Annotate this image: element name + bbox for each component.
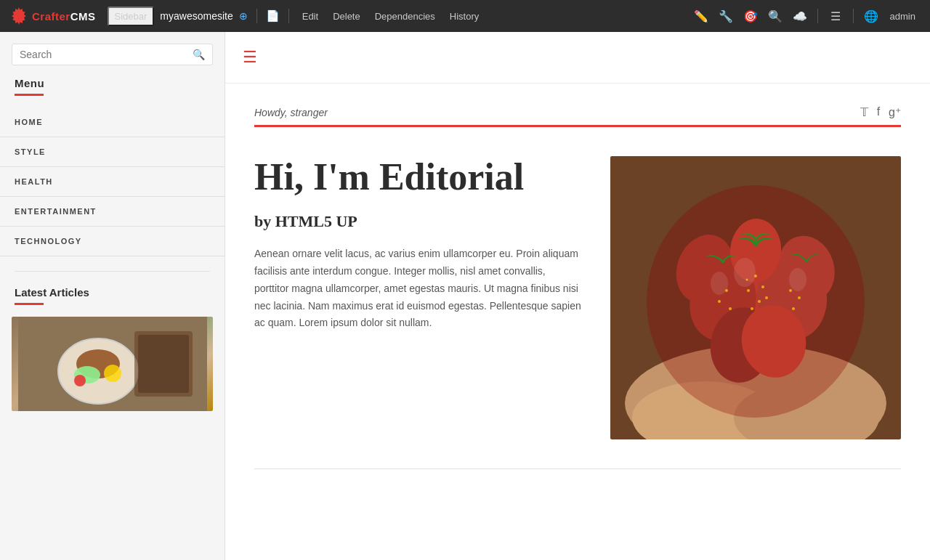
svg-point-25 <box>758 300 761 303</box>
svg-point-30 <box>718 300 721 303</box>
strawberry-illustration <box>610 156 901 439</box>
svg-point-35 <box>734 258 756 287</box>
menu-icon[interactable]: ☰ <box>824 4 847 28</box>
search-icon: 🔍 <box>193 49 205 60</box>
svg-point-33 <box>798 296 801 299</box>
nav-icon-group: ✏️ 🔧 🎯 🔍 ☁️ ☰ 🌐 admin <box>690 4 921 28</box>
food-illustration <box>18 317 207 411</box>
menu-title-underline <box>15 94 44 96</box>
svg-point-32 <box>789 289 792 292</box>
app-layout: 🔍 Menu HOME STYLE HEALTH ENTERTAINMENT T… <box>0 32 930 560</box>
admin-dropdown[interactable]: admin <box>884 8 921 25</box>
svg-point-26 <box>751 307 753 310</box>
menu-title: Menu <box>0 77 225 94</box>
svg-rect-8 <box>138 335 189 393</box>
social-icons: 𝕋 f g⁺ <box>860 105 901 119</box>
hero-body: Aenean ornare velit lacus, ac varius eni… <box>254 245 581 332</box>
svg-point-6 <box>74 375 86 386</box>
svg-point-23 <box>761 285 764 288</box>
hero-section: Hi, I'm Editorial by HTML5 UP Aenean orn… <box>254 156 901 439</box>
svg-point-34 <box>792 307 795 310</box>
edit-button[interactable]: Edit <box>298 8 323 25</box>
twitter-icon[interactable]: 𝕋 <box>860 105 868 119</box>
sidebar-item-technology[interactable]: TECHNOLOGY <box>0 227 225 256</box>
site-name: myawesomesite <box>160 10 232 22</box>
thumbnail-image <box>12 317 213 411</box>
hero-title: Hi, I'm Editorial <box>254 156 581 198</box>
main-toolbar: ☰ <box>225 32 930 84</box>
search-input[interactable] <box>20 49 193 60</box>
pencil-icon[interactable]: ✏️ <box>690 4 713 28</box>
svg-point-36 <box>711 272 728 295</box>
search-nav-icon[interactable]: 🔍 <box>764 4 787 28</box>
main-content: ☰ Howdy, stranger 𝕋 f g⁺ Hi, I'm Editori… <box>225 32 930 560</box>
target-icon[interactable]: 🎯 <box>739 4 762 28</box>
svg-point-37 <box>789 268 806 291</box>
bottom-divider <box>254 468 901 469</box>
file-icon[interactable]: 📄 <box>266 9 280 23</box>
top-navigation: CrafterCMS Sidebar myawesomesite ⊕ 📄 Edi… <box>0 0 930 32</box>
nav-big-divider-2 <box>853 9 854 23</box>
sidebar-separator <box>15 271 210 272</box>
nav-big-divider <box>817 9 818 23</box>
globe-icon[interactable]: 🌐 <box>860 4 883 28</box>
svg-point-24 <box>747 289 750 292</box>
nav-divider-2 <box>288 9 289 23</box>
facebook-icon[interactable]: f <box>877 105 880 119</box>
sidebar-item-entertainment[interactable]: ENTERTAINMENT <box>0 197 225 227</box>
sidebar-item-health[interactable]: HEALTH <box>0 167 225 197</box>
nav-divider-1 <box>256 9 257 23</box>
sidebar: 🔍 Menu HOME STYLE HEALTH ENTERTAINMENT T… <box>0 32 225 560</box>
red-divider <box>254 125 901 127</box>
article-thumbnail[interactable] <box>12 317 213 411</box>
svg-point-5 <box>104 365 121 382</box>
sidebar-item-home[interactable]: HOME <box>0 107 225 137</box>
hero-text: Hi, I'm Editorial by HTML5 UP Aenean orn… <box>254 156 581 332</box>
search-box[interactable]: 🔍 <box>12 44 213 65</box>
svg-point-27 <box>765 296 768 299</box>
greeting-text: Howdy, stranger <box>254 107 328 118</box>
greeting-bar: Howdy, stranger 𝕋 f g⁺ <box>254 105 901 119</box>
hero-subtitle: by HTML5 UP <box>254 212 581 231</box>
latest-title-underline <box>15 303 44 305</box>
hero-image <box>610 156 901 439</box>
svg-point-31 <box>729 307 732 310</box>
cloud-icon[interactable]: ☁️ <box>788 4 812 28</box>
dependencies-button[interactable]: Dependencies <box>371 8 440 25</box>
sidebar-item-style[interactable]: STYLE <box>0 137 225 167</box>
delete-button[interactable]: Delete <box>328 8 365 25</box>
hamburger-icon[interactable]: ☰ <box>243 48 257 66</box>
history-button[interactable]: History <box>445 8 483 25</box>
sidebar-toggle-button[interactable]: Sidebar <box>108 7 155 26</box>
wrench-icon[interactable]: 🔧 <box>714 4 737 28</box>
logo-text: CrafterCMS <box>32 10 96 23</box>
logo: CrafterCMS <box>9 6 96 26</box>
latest-articles-title: Latest Articles <box>0 286 225 303</box>
add-site-icon[interactable]: ⊕ <box>239 10 248 22</box>
content-area: Howdy, stranger 𝕋 f g⁺ Hi, I'm Editorial… <box>225 84 930 491</box>
logo-gear-icon <box>9 6 29 26</box>
googleplus-icon[interactable]: g⁺ <box>889 105 901 119</box>
